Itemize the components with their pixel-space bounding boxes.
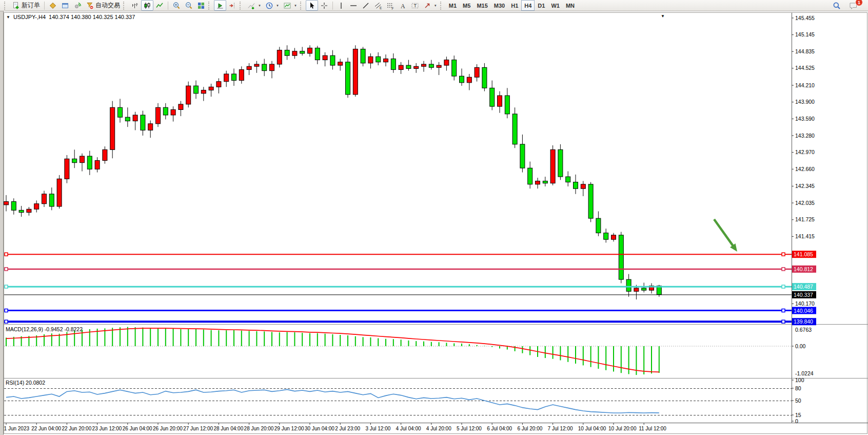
svg-text:2 Jul 23:00: 2 Jul 23:00 <box>335 426 360 431</box>
market-watch-button[interactable] <box>47 0 59 11</box>
horizontal-line-140.487[interactable]: 140.487 <box>4 283 816 290</box>
separator <box>44 2 45 10</box>
price-chart-canvas[interactable]: 145.455145.145144.835144.525144.210143.9… <box>0 11 868 435</box>
time-axis[interactable]: 21 Jun 202322 Jun 04:0022 Jun 20:0023 Ju… <box>1 423 666 431</box>
cursor-icon <box>308 2 316 10</box>
arrows-tool-button[interactable]: ▼ <box>421 0 439 11</box>
horizontal-line-140.046[interactable]: 140.046 <box>4 307 816 314</box>
new-order-button[interactable]: 新订单 <box>10 0 42 11</box>
mt4-window: 新订单 自动交易 <box>0 0 868 435</box>
tile-windows-icon <box>197 2 205 10</box>
chart-menu-icon[interactable]: ▼ <box>6 15 10 20</box>
svg-text:27 Jun 12:00: 27 Jun 12:00 <box>183 426 213 431</box>
current-price-line: 140.337 <box>4 291 816 298</box>
templates-icon <box>283 2 291 10</box>
svg-text:6 Jul 04:00: 6 Jul 04:00 <box>487 426 512 431</box>
search-button[interactable] <box>831 0 843 11</box>
notifications-button[interactable]: 1 <box>847 0 860 11</box>
data-window-icon <box>61 2 69 10</box>
toolbar-grip <box>300 2 304 10</box>
chart-shift-button[interactable] <box>226 0 239 11</box>
crosshair-icon <box>320 2 328 10</box>
horizontal-line-140.812[interactable]: 140.812 <box>4 266 816 273</box>
svg-text:142.660: 142.660 <box>795 166 815 172</box>
toolbar-grip <box>440 2 444 10</box>
new-order-label: 新订单 <box>22 1 40 10</box>
svg-text:142.345: 142.345 <box>795 183 815 189</box>
price-axis[interactable]: 145.455145.145144.835144.525144.210143.9… <box>792 15 815 307</box>
svg-text:10 Jul 04:00: 10 Jul 04:00 <box>578 426 606 431</box>
horizontal-line-icon <box>349 2 358 10</box>
candles[interactable] <box>4 45 662 299</box>
timeframe-h4-button[interactable]: H4 <box>521 0 535 11</box>
window-left-edge <box>0 11 4 435</box>
timeframe-w1-button[interactable]: W1 <box>548 0 563 11</box>
fibonacci-icon: F <box>386 2 394 10</box>
svg-text:143.280: 143.280 <box>795 133 815 139</box>
toolbar-grip <box>240 2 243 10</box>
toolbar-grip <box>208 2 212 10</box>
horizontal-line-tool-button[interactable] <box>347 0 360 11</box>
bar-chart-icon <box>131 2 139 10</box>
svg-text:0: 0 <box>795 418 798 424</box>
crosshair-button[interactable] <box>318 0 330 11</box>
svg-text:50: 50 <box>795 398 801 404</box>
svg-text:0.6763: 0.6763 <box>795 327 812 333</box>
chevron-down-icon: ▼ <box>434 4 437 7</box>
timeframe-h1-button[interactable]: H1 <box>508 0 521 11</box>
toolbar-grip <box>123 2 127 10</box>
line-chart-button[interactable] <box>153 0 166 11</box>
chart-title-bar: ▼ USDJPY-,H4 140.374 140.380 140.325 140… <box>6 14 135 20</box>
timeframe-m1-button[interactable]: M1 <box>446 0 460 11</box>
chevron-down-icon: ▼ <box>294 4 297 7</box>
zoom-out-icon <box>185 2 193 10</box>
svg-text:140.337: 140.337 <box>794 292 813 298</box>
svg-text:11 Jul 12:00: 11 Jul 12:00 <box>639 426 666 431</box>
text-tool-button[interactable]: A <box>397 0 409 11</box>
svg-text:5 Jul 12:00: 5 Jul 12:00 <box>457 426 482 431</box>
svg-text:4 Jul 20:00: 4 Jul 20:00 <box>426 426 451 431</box>
bar-chart-button[interactable] <box>129 0 141 11</box>
timeframe-d1-button[interactable]: D1 <box>535 0 548 11</box>
chart-shift-icon <box>228 2 236 10</box>
svg-text:100: 100 <box>795 377 804 383</box>
svg-text:4 Jul 04:00: 4 Jul 04:00 <box>396 426 421 431</box>
autotrading-button[interactable]: 自动交易 <box>84 0 122 11</box>
zoom-out-button[interactable] <box>183 0 195 11</box>
horizontal-line-141.085[interactable]: 141.085 <box>4 251 816 258</box>
equidistant-channel-button[interactable]: E <box>372 0 384 11</box>
tile-windows-button[interactable] <box>195 0 207 11</box>
separator <box>168 2 168 10</box>
timeframe-m30-button[interactable]: M30 <box>491 0 508 11</box>
periods-button[interactable]: ▼ <box>263 0 281 11</box>
svg-text:26 Jun 20:00: 26 Jun 20:00 <box>153 426 183 431</box>
svg-text:144.835: 144.835 <box>795 48 815 54</box>
data-window-button[interactable] <box>59 0 71 11</box>
auto-scroll-button[interactable] <box>214 0 226 11</box>
svg-text:15: 15 <box>795 412 801 418</box>
autotrading-label: 自动交易 <box>95 1 120 10</box>
timeframe-mn-button[interactable]: MN <box>563 0 578 11</box>
timeframe-m15-button[interactable]: M15 <box>474 0 490 11</box>
timeframe-m5-button[interactable]: M5 <box>460 0 474 11</box>
trendline-tool-button[interactable] <box>360 0 372 11</box>
svg-text:29 Jun 12:00: 29 Jun 12:00 <box>274 426 304 431</box>
svg-text:80: 80 <box>795 385 801 391</box>
indicators-button[interactable]: ▼ <box>245 0 263 11</box>
svg-text:-1.0224: -1.0224 <box>795 370 814 376</box>
candlestick-chart-button[interactable] <box>141 0 153 11</box>
text-label-icon: T <box>411 2 419 10</box>
zoom-in-button[interactable] <box>170 0 183 11</box>
signals-button[interactable] <box>71 0 84 11</box>
cursor-button[interactable] <box>306 0 318 11</box>
templates-button[interactable]: ▼ <box>281 0 299 11</box>
chevron-down-icon: ▼ <box>276 4 279 7</box>
fibonacci-tool-button[interactable]: F <box>384 0 397 11</box>
svg-text:28 Jun 04:00: 28 Jun 04:00 <box>213 426 243 431</box>
svg-text:145.145: 145.145 <box>795 31 815 37</box>
down-arrow-annotation[interactable] <box>714 219 737 252</box>
svg-text:23 Jun 12:00: 23 Jun 12:00 <box>92 426 122 431</box>
text-label-tool-button[interactable]: T <box>409 0 421 11</box>
svg-text:26 Jun 04:00: 26 Jun 04:00 <box>123 426 152 431</box>
vertical-line-tool-button[interactable] <box>335 0 347 11</box>
